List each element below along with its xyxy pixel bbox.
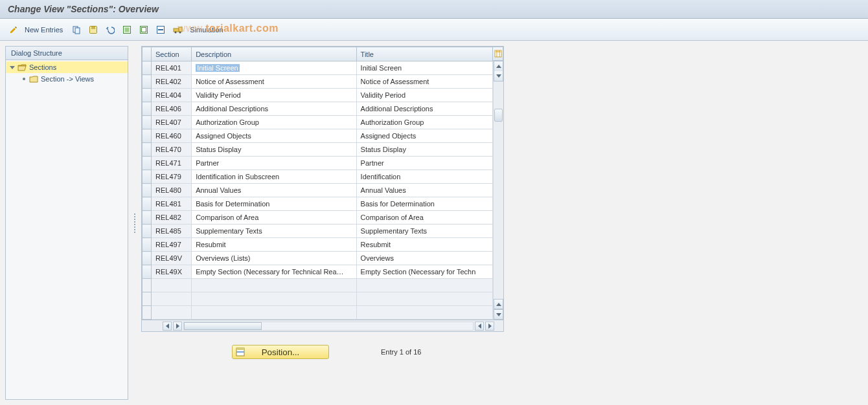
cell-title[interactable]: Overviews xyxy=(356,252,492,265)
cell-section[interactable]: REL497 xyxy=(152,238,192,252)
row-selector[interactable] xyxy=(143,252,152,265)
row-selector[interactable] xyxy=(143,116,152,129)
cell-section[interactable]: REL479 xyxy=(152,170,192,184)
vertical-scrollbar[interactable] xyxy=(493,61,503,320)
row-selector[interactable] xyxy=(143,265,152,279)
cell-section[interactable]: REL401 xyxy=(152,61,192,75)
cell-section[interactable]: REL481 xyxy=(152,197,192,211)
table-row[interactable]: REL497ResubmitResubmit xyxy=(143,238,493,252)
scroll-up-button-bottom[interactable] xyxy=(494,299,503,309)
col-description[interactable]: Description xyxy=(192,47,356,61)
cell-section[interactable]: REL49X xyxy=(152,265,192,279)
toggle-change-button[interactable] xyxy=(6,23,21,37)
cell-title[interactable]: Comparison of Area xyxy=(356,211,492,224)
configure-columns-button[interactable] xyxy=(493,47,503,61)
cell-description[interactable]: Authorization Group xyxy=(192,116,356,129)
table-row[interactable]: REL460Assigned ObjectsAssigned Objects xyxy=(143,129,493,143)
col-title[interactable]: Title xyxy=(356,47,492,61)
cell-section[interactable]: REL470 xyxy=(152,143,192,157)
cell-section[interactable]: REL404 xyxy=(152,89,192,102)
row-selector[interactable] xyxy=(143,61,152,75)
cell-title[interactable]: Assigned Objects xyxy=(356,129,492,143)
cell-title[interactable]: Additional Descriptions xyxy=(356,102,492,116)
cell-description[interactable]: Resubmit xyxy=(192,238,356,252)
table-row[interactable]: REL406Additional DescriptionsAdditional … xyxy=(143,102,493,116)
cell-title[interactable]: Notice of Assessment xyxy=(356,75,492,89)
scroll-thumb[interactable] xyxy=(494,109,503,122)
cell-description[interactable]: Annual Values xyxy=(192,184,356,197)
row-selector[interactable] xyxy=(143,184,152,197)
cell-description[interactable]: Notice of Assessment xyxy=(192,75,356,89)
cell-section[interactable]: REL471 xyxy=(152,157,192,170)
cell-section[interactable]: REL49V xyxy=(152,252,192,265)
save-button[interactable] xyxy=(86,23,100,37)
table-row[interactable]: REL402Notice of AssessmentNotice of Asse… xyxy=(143,75,493,89)
cell-section[interactable]: REL460 xyxy=(152,129,192,143)
row-selector[interactable] xyxy=(143,224,152,238)
row-selector[interactable] xyxy=(143,157,152,170)
cell-title[interactable]: Partner xyxy=(356,157,492,170)
hscroll-right-button[interactable] xyxy=(173,322,182,331)
row-selector[interactable] xyxy=(143,170,152,184)
hscroll-left-button-2[interactable] xyxy=(475,322,484,331)
cell-title[interactable]: Basis for Determination xyxy=(356,197,492,211)
cell-title[interactable]: Annual Values xyxy=(356,184,492,197)
table-row[interactable]: REL401Initial ScreenInitial Screen xyxy=(143,61,493,75)
copy-button[interactable] xyxy=(69,23,84,37)
cell-section[interactable]: REL406 xyxy=(152,102,192,116)
cell-title[interactable]: Identification xyxy=(356,170,492,184)
new-entries-button[interactable]: New Entries xyxy=(23,26,67,34)
cell-description[interactable]: Assigned Objects xyxy=(192,129,356,143)
cell-title[interactable]: Validity Period xyxy=(356,89,492,102)
cell-description[interactable]: Validity Period xyxy=(192,89,356,102)
row-selector[interactable] xyxy=(143,129,152,143)
table-row[interactable]: REL482Comparison of AreaComparison of Ar… xyxy=(143,211,493,224)
row-selector[interactable] xyxy=(143,197,152,211)
vertical-splitter[interactable] xyxy=(133,46,136,400)
cell-description[interactable]: Supplementary Texts xyxy=(192,224,356,238)
table-row[interactable]: REL407Authorization GroupAuthorization G… xyxy=(143,116,493,129)
cell-title[interactable]: Empty Section (Necessary for Techn xyxy=(356,265,492,279)
table-row[interactable]: REL404Validity PeriodValidity Period xyxy=(143,89,493,102)
cell-title[interactable]: Initial Screen xyxy=(356,61,492,75)
table-row[interactable]: REL49XEmpty Section (Necessary for Techn… xyxy=(143,265,493,279)
tree-item-section-views[interactable]: Section -> Views xyxy=(6,73,128,85)
cell-section[interactable]: REL480 xyxy=(152,184,192,197)
cell-description[interactable]: Empty Section (Necessary for Technical R… xyxy=(192,265,356,279)
hscroll-track[interactable] xyxy=(183,322,474,331)
cell-section[interactable]: REL407 xyxy=(152,116,192,129)
cell-description[interactable]: Partner xyxy=(192,157,356,170)
row-selector[interactable] xyxy=(143,143,152,157)
cell-title[interactable]: Status Display xyxy=(356,143,492,157)
cell-title[interactable]: Supplementary Texts xyxy=(356,224,492,238)
table-row[interactable]: REL49VOverviews (Lists)Overviews xyxy=(143,252,493,265)
row-selector[interactable] xyxy=(143,102,152,116)
undo-button[interactable] xyxy=(103,23,117,37)
cell-description[interactable]: Initial Screen xyxy=(192,61,356,75)
position-button[interactable]: Position... xyxy=(232,345,329,359)
select-all-button[interactable] xyxy=(120,23,134,37)
horizontal-scrollbar[interactable] xyxy=(141,320,504,332)
cell-description[interactable]: Additional Descriptions xyxy=(192,102,356,116)
cell-section[interactable]: REL402 xyxy=(152,75,192,89)
scroll-down-button-bottom[interactable] xyxy=(494,309,503,320)
cell-description[interactable]: Basis for Determination xyxy=(192,197,356,211)
cell-title[interactable]: Authorization Group xyxy=(356,116,492,129)
row-selector-header[interactable] xyxy=(143,47,152,61)
scroll-down-button[interactable] xyxy=(494,71,503,82)
table-row[interactable]: REL471PartnerPartner xyxy=(143,157,493,170)
cell-description[interactable]: Comparison of Area xyxy=(192,211,356,224)
tree-item-sections[interactable]: Sections xyxy=(6,61,128,73)
simulation-button[interactable]: Simulation xyxy=(188,26,227,34)
table-row[interactable]: REL485Supplementary TextsSupplementary T… xyxy=(143,224,493,238)
table-row[interactable]: REL479Identification in SubscreenIdentif… xyxy=(143,170,493,184)
row-selector[interactable] xyxy=(143,89,152,102)
table-row[interactable]: REL470Status DisplayStatus Display xyxy=(143,143,493,157)
cell-description[interactable]: Status Display xyxy=(192,143,356,157)
transport-button[interactable] xyxy=(170,23,186,37)
row-selector[interactable] xyxy=(143,75,152,89)
col-section[interactable]: Section xyxy=(152,47,192,61)
row-selector[interactable] xyxy=(143,211,152,224)
table-row[interactable]: REL480Annual ValuesAnnual Values xyxy=(143,184,493,197)
scroll-up-button[interactable] xyxy=(494,61,503,71)
